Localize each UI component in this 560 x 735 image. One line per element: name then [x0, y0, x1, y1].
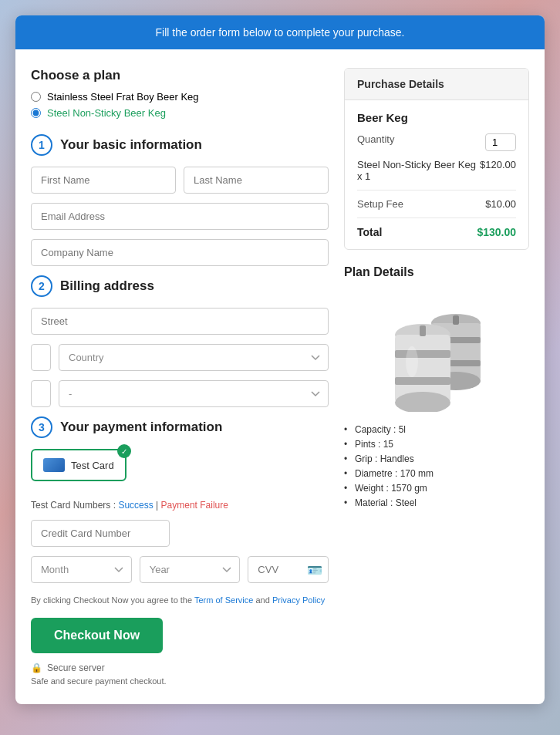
lock-icon: 🔒 [31, 663, 42, 673]
street-group [31, 308, 329, 335]
step2-circle: 2 [31, 275, 52, 297]
step3-circle: 3 [31, 416, 52, 438]
credit-card-icon [43, 458, 65, 472]
checkout-button[interactable]: Checkout Now [31, 618, 163, 653]
svg-rect-9 [395, 350, 450, 358]
test-card-info: Test Card Numbers : Success | Payment Fa… [31, 500, 329, 511]
spec-capacity: Capacity : 5l [344, 424, 529, 435]
quantity-row: Quantity [357, 133, 516, 151]
plan-label-2: Steel Non-Sticky Beer Keg [47, 107, 166, 119]
spec-grip: Grip : Handles [344, 453, 529, 464]
spec-material: Material : Steel [344, 497, 529, 508]
choose-plan-title: Choose a plan [31, 68, 329, 83]
product-title: Beer Keg [357, 111, 516, 124]
step3-header: 3 Your payment information [31, 416, 329, 438]
left-panel: Choose a plan Stainless Steel Frat Boy B… [31, 68, 329, 686]
cc-number-input[interactable] [31, 520, 170, 547]
email-group [31, 203, 329, 230]
product-price: $120.00 [480, 159, 516, 182]
tos-link[interactable]: Term of Service [194, 595, 253, 605]
secure-label: Secure server [47, 663, 105, 673]
secure-info: 🔒 Secure server [31, 663, 329, 673]
divider-2 [357, 217, 516, 218]
and-text: and [255, 595, 272, 605]
success-link[interactable]: Success [118, 500, 153, 511]
setup-fee-value: $10.00 [485, 198, 516, 210]
setup-fee-row: Setup Fee $10.00 [357, 198, 516, 210]
step2-header: 2 Billing address [31, 275, 329, 297]
cvv-row: Month Year 🪪 [31, 556, 329, 583]
svg-rect-5 [453, 315, 459, 325]
test-card-label: Test Card Numbers : [31, 500, 116, 511]
last-name-input[interactable] [184, 167, 329, 194]
total-label: Total [357, 226, 382, 238]
company-input[interactable] [31, 239, 329, 266]
plan-option-1[interactable]: Stainless Steel Frat Boy Beer Keg [31, 91, 329, 103]
product-name: Steel Non-Sticky Beer Keg x 1 [357, 159, 480, 182]
email-input[interactable] [31, 203, 329, 230]
secure-desc: Safe and secure payment checkout. [31, 676, 329, 686]
spec-diametre: Diametre : 170 mm [344, 468, 529, 479]
spec-weight: Weight : 1570 gm [344, 483, 529, 494]
step1-label: Your basic information [60, 137, 202, 153]
step3-label: Your payment information [60, 420, 222, 435]
top-banner: Fill the order form below to complete yo… [15, 15, 545, 49]
city-country-row: Country [31, 344, 329, 371]
cvv-card-icon: 🪪 [307, 562, 322, 577]
plan-options: Stainless Steel Frat Boy Beer Keg Steel … [31, 91, 329, 119]
right-panel: Purchase Details Beer Keg Quantity Steel… [344, 68, 529, 686]
payment-method-card[interactable]: Test Card ✓ [31, 449, 127, 481]
spec-pints: Pints : 15 [344, 439, 529, 450]
plan-label-1: Stainless Steel Frat Boy Beer Keg [47, 91, 199, 103]
divider-1 [357, 190, 516, 190]
quantity-input[interactable] [485, 133, 516, 151]
first-name-input[interactable] [31, 167, 176, 194]
svg-point-12 [406, 346, 418, 377]
month-select[interactable]: Month [31, 556, 132, 583]
step1-header: 1 Your basic information [31, 134, 329, 156]
keg-image [344, 290, 529, 413]
plan-radio-2[interactable] [31, 108, 41, 118]
main-card: Fill the order form below to complete yo… [15, 15, 545, 704]
plan-radio-1[interactable] [31, 92, 41, 102]
svg-rect-11 [420, 325, 426, 336]
terms-prefix: By clicking Checkout Now you agree to th… [31, 595, 194, 605]
step1-circle: 1 [31, 134, 52, 156]
country-select[interactable]: Country [59, 344, 329, 371]
privacy-link[interactable]: Privacy Policy [272, 595, 325, 605]
purchase-details-body: Beer Keg Quantity Steel Non-Sticky Beer … [345, 100, 528, 249]
cc-number-group [31, 520, 329, 547]
plan-option-2[interactable]: Steel Non-Sticky Beer Keg [31, 107, 329, 119]
setup-fee-label: Setup Fee [357, 198, 403, 210]
product-price-row: Steel Non-Sticky Beer Keg x 1 $120.00 [357, 159, 516, 182]
zip-state-row: - [31, 380, 329, 407]
total-row: Total $130.00 [357, 226, 516, 238]
payment-method-label: Test Card [71, 460, 114, 471]
city-input[interactable] [31, 344, 51, 371]
terms-text: By clicking Checkout Now you agree to th… [31, 594, 329, 607]
quantity-label: Quantity [357, 133, 394, 145]
company-group [31, 239, 329, 266]
year-select[interactable]: Year [140, 556, 241, 583]
total-value: $130.00 [477, 226, 516, 238]
state-select[interactable]: - [59, 380, 329, 407]
svg-rect-10 [395, 377, 450, 385]
failure-link[interactable]: Payment Failure [161, 500, 228, 511]
name-row [31, 167, 329, 194]
banner-text: Fill the order form below to complete yo… [156, 26, 405, 39]
step2-label: Billing address [60, 278, 154, 294]
plan-details-title: Plan Details [344, 265, 529, 279]
cvv-wrapper: 🪪 [248, 556, 329, 583]
street-input[interactable] [31, 308, 329, 335]
purchase-details-header: Purchase Details [345, 69, 528, 100]
purchase-details-box: Purchase Details Beer Keg Quantity Steel… [344, 68, 529, 250]
check-icon: ✓ [117, 444, 131, 458]
zip-input[interactable] [31, 380, 51, 407]
plan-specs: Capacity : 5l Pints : 15 Grip : Handles … [344, 424, 529, 508]
